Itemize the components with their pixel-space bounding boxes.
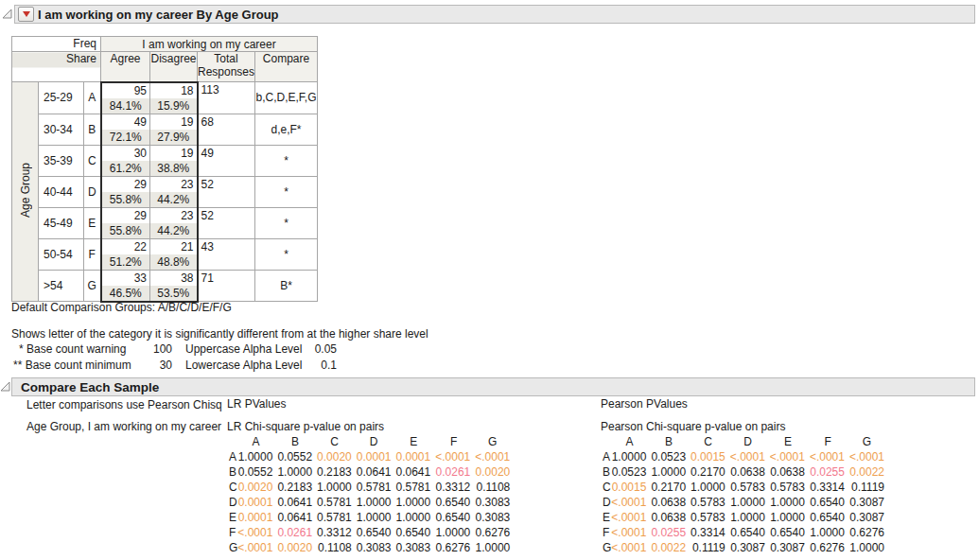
- matrix-pvalue-cell: 0.0641: [277, 495, 317, 510]
- matrix-pvalue-cell: 0.0020: [317, 449, 357, 464]
- matrix-pvalue-cell: <.0001: [770, 449, 810, 464]
- compare-letters-cell: *: [255, 207, 318, 238]
- matrix-column-header: E: [770, 434, 810, 449]
- matrix-pvalue-cell: 1.0000: [770, 495, 810, 510]
- agree-count: 30: [102, 146, 150, 161]
- total-responses-cell: 43: [198, 238, 255, 270]
- agree-count: 29: [102, 177, 150, 192]
- agree-count: 49: [102, 114, 150, 130]
- matrix-row: F<.00010.02550.33140.65400.65401.00000.6…: [601, 525, 889, 540]
- pearson-pvalues-subtitle: Pearson Chi-square p-value on pairs: [601, 420, 785, 433]
- outline-header-main[interactable]: I am working on my career By Age Group: [14, 5, 975, 24]
- matrix-column-header: A: [611, 434, 651, 449]
- matrix-pvalue-cell: 0.1108: [317, 540, 357, 555]
- matrix-row-label: A: [227, 449, 237, 464]
- disagree-count: 23: [150, 208, 197, 223]
- agree-percent: 84.1%: [102, 98, 150, 114]
- lr-pvalues-subtitle: LR Chi-square p-value on pairs: [227, 420, 384, 433]
- disagree-percent: 53.5%: [150, 286, 197, 301]
- disagree-percent: 27.9%: [150, 130, 197, 145]
- lowercase-alpha-label: Lowercase Alpha Level: [185, 359, 310, 372]
- matrix-pvalue-cell: 1.0000: [611, 449, 651, 464]
- matrix-row-label: D: [601, 495, 611, 510]
- matrix-pvalue-cell: 0.2183: [317, 464, 357, 480]
- matrix-pvalue-cell: 0.5783: [730, 480, 770, 495]
- matrix-row: C0.00200.21831.00000.57810.57810.33120.1…: [227, 480, 515, 495]
- matrix-pvalue-cell: 0.5783: [691, 495, 730, 510]
- matrix-row: A1.00000.05230.0015<.0001<.0001<.0001<.0…: [601, 449, 889, 464]
- group-letter-cell: F: [84, 238, 101, 270]
- age-range-cell: 45-49: [39, 207, 84, 238]
- matrix-row-label: B: [227, 464, 237, 480]
- matrix-pvalue-cell: 0.1108: [475, 480, 515, 495]
- base-count-warning-label: * Base count warning: [11, 342, 146, 356]
- matrix-pvalue-cell: 0.3087: [770, 540, 810, 555]
- matrix-corner: [601, 434, 611, 449]
- red-triangle-menu-button[interactable]: [18, 7, 34, 22]
- disclosure-triangle-icon[interactable]: [2, 9, 12, 19]
- matrix-header-row: ABCDEFG: [601, 434, 889, 449]
- matrix-pvalue-cell: 0.3314: [810, 480, 849, 495]
- disagree-column-header: Disagree: [150, 52, 198, 82]
- matrix-pvalue-cell: 0.0641: [357, 464, 396, 480]
- matrix-column-header: E: [396, 434, 436, 449]
- disagree-count: 21: [150, 239, 197, 254]
- matrix-pvalue-cell: 0.6540: [730, 525, 770, 540]
- uppercase-alpha-label: Uppercase Alpha Level: [185, 342, 310, 356]
- matrix-row-label: G: [601, 540, 611, 555]
- matrix-pvalue-cell: 0.0255: [651, 525, 691, 540]
- crosstab-body: Age Group25-29A9584.1%1815.9%113b,C,D,E,…: [12, 82, 318, 302]
- group-letter-cell: C: [84, 145, 101, 176]
- outline-header-compare-each-sample[interactable]: Compare Each Sample: [11, 377, 975, 396]
- matrix-pvalue-cell: 0.5783: [770, 480, 810, 495]
- agree-cell: 3061.2%: [101, 145, 150, 176]
- matrix-pvalue-cell: 0.3087: [730, 540, 770, 555]
- pearson-pvalues-title: Pearson PValues: [601, 397, 688, 411]
- matrix-row-label: E: [601, 510, 611, 525]
- matrix-pvalue-cell: <.0001: [849, 449, 889, 464]
- matrix-pvalue-cell: 0.0261: [435, 464, 475, 480]
- matrix-pvalue-cell: 0.3087: [849, 510, 889, 525]
- crosstab-row: 35-39C3061.2%1938.8%49*: [12, 145, 318, 176]
- matrix-pvalue-cell: 0.0638: [651, 510, 691, 525]
- disclosure-triangle-icon[interactable]: [0, 381, 10, 392]
- agree-percent: 72.1%: [102, 130, 150, 145]
- matrix-column-header: F: [810, 434, 849, 449]
- matrix-pvalue-cell: <.0001: [475, 449, 515, 464]
- matrix-pvalue-cell: 0.0261: [277, 525, 317, 540]
- total-responses-column-header: Total Responses: [198, 52, 255, 82]
- matrix-pvalue-cell: 0.6540: [435, 495, 475, 510]
- matrix-pvalue-cell: 0.6540: [396, 525, 436, 540]
- matrix-pvalue-cell: 0.0015: [611, 480, 651, 495]
- compare-letters-cell: d,e,F*: [255, 114, 318, 145]
- group-letter-cell: G: [84, 270, 101, 302]
- matrix-pvalue-cell: 0.6276: [475, 525, 515, 540]
- matrix-pvalue-cell: 1.0000: [730, 495, 770, 510]
- crosstab-row: 30-34B4972.1%1927.9%68d,e,F*: [12, 114, 318, 145]
- share-header: Share: [12, 52, 101, 82]
- footnote-row: ** Base count minimum 30 Lowercase Alpha…: [11, 359, 337, 372]
- matrix-row-label: C: [601, 480, 611, 495]
- compare-letters-cell: b,C,D,E,F,G: [255, 82, 318, 114]
- red-triangle-icon: [23, 11, 30, 17]
- matrix-header-row: ABCDEFG: [227, 434, 515, 449]
- matrix-pvalue-cell: 1.0000: [396, 510, 436, 525]
- disagree-percent: 15.9%: [150, 98, 197, 114]
- matrix-pvalue-cell: 1.0000: [396, 495, 436, 510]
- disagree-cell: 2344.2%: [150, 207, 198, 238]
- lr-pvalues-title: LR PValues: [227, 397, 286, 411]
- matrix-pvalue-cell: <.0001: [611, 495, 651, 510]
- matrix-pvalue-cell: 0.0022: [651, 540, 691, 555]
- matrix-pvalue-cell: 0.6276: [849, 525, 889, 540]
- matrix-pvalue-cell: <.0001: [237, 525, 277, 540]
- matrix-pvalue-cell: <.0001: [611, 510, 651, 525]
- crosstab-row: 45-49E2955.8%2344.2%52*: [12, 207, 318, 238]
- matrix-pvalue-cell: <.0001: [237, 540, 277, 555]
- age-range-cell: 35-39: [39, 145, 84, 176]
- disagree-cell: 1815.9%: [150, 82, 198, 114]
- letter-comparisons-note: Letter comparisons use Pearson Chisq: [26, 398, 222, 411]
- matrix-pvalue-cell: <.0001: [730, 449, 770, 464]
- matrix-pvalue-cell: 0.0552: [237, 464, 277, 480]
- matrix-pvalue-cell: 0.0552: [277, 449, 317, 464]
- shows-letter-note: Shows letter of the category it is signi…: [11, 327, 428, 341]
